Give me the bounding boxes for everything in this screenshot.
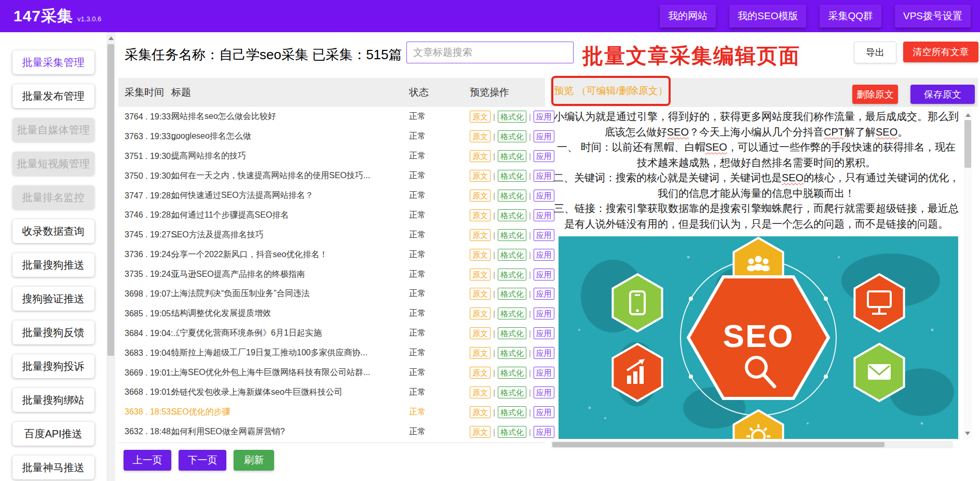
sidebar-item[interactable]: 批量采集管理 <box>12 50 94 74</box>
preview-hscrollbar-thumb[interactable] <box>552 442 884 447</box>
clear-all-button[interactable]: 清空所有文章 <box>903 42 978 62</box>
table-row[interactable]: 3638 . 18:53:...SEO优化的步骤正常原文|格式化|应用 <box>118 402 545 422</box>
save-original-button[interactable]: 保存原文 <box>910 85 975 104</box>
original-button[interactable]: 原文 <box>470 406 491 418</box>
preview-scrollbar[interactable] <box>963 109 972 439</box>
format-button[interactable]: 格式化 <box>498 367 526 379</box>
original-button[interactable]: 原文 <box>470 347 491 359</box>
next-page-button[interactable]: 下一页 <box>179 450 226 471</box>
separator: | <box>493 289 495 298</box>
format-button[interactable]: 格式化 <box>498 347 526 359</box>
nav-item[interactable]: 我的网站 <box>660 5 716 28</box>
table-row[interactable]: 3668 . 19:01:...外链代发包收录上海新媒体seo牛巨微科技公司正常… <box>118 382 545 402</box>
format-button[interactable]: 格式化 <box>498 229 526 241</box>
sidebar-item[interactable]: 批量搜狗绑站 <box>12 388 94 412</box>
table-row[interactable]: 3632 . 18:48:...如何利用SEO做全网霸屏营销?正常原文|格式化|… <box>118 422 545 442</box>
row-actions: 原文|格式化|应用 <box>470 324 554 343</box>
sidebar-item[interactable]: 批量神马推送 <box>12 456 94 479</box>
table-row[interactable]: 3669 . 19:01:...上海SEO优化外包上海牛巨微网络科技有限公司站群… <box>118 363 545 383</box>
table-row[interactable]: 3750 . 19:30:...如何在一天之内，快速提高网站排名的使用SEO技巧… <box>118 166 545 186</box>
original-button[interactable]: 原文 <box>470 367 491 379</box>
format-button[interactable]: 格式化 <box>498 170 526 182</box>
original-button[interactable]: 原文 <box>470 386 491 398</box>
original-button[interactable]: 原文 <box>470 130 491 142</box>
preview-hscrollbar[interactable] <box>551 441 953 448</box>
table-row[interactable]: 3685 . 19:05:...结构调整优化发展提质增效正常原文|格式化|应用 <box>118 304 545 324</box>
original-button[interactable]: 原文 <box>470 308 491 319</box>
original-button[interactable]: 原文 <box>470 327 491 339</box>
nav-item[interactable]: 我的SEO模版 <box>729 5 806 28</box>
table-row[interactable]: 3746 . 19:28:...如何通过11个步骤提高SEO排名正常原文|格式化… <box>118 205 545 225</box>
table-row[interactable]: 3735 . 19:24:...亚马逊SEO提高产品排名的终极指南正常原文|格式… <box>118 264 545 284</box>
refresh-button[interactable]: 刷新 <box>234 450 274 471</box>
sidebar-item[interactable]: 收录数据查询 <box>12 219 94 243</box>
table-row[interactable]: 3763 . 19:33:...googleseo排名怎么做正常原文|格式化|应… <box>118 127 545 146</box>
original-button[interactable]: 原文 <box>470 288 491 300</box>
table-row[interactable]: 3684 . 19:04:...《宁夏优化营商环境条例》6月1日起实施正常原文|… <box>118 324 545 343</box>
sidebar-item[interactable]: 批量搜狗推送 <box>12 253 94 277</box>
original-button[interactable]: 原文 <box>470 269 491 280</box>
preview-scroll-up-icon[interactable] <box>965 113 971 117</box>
preview-text: 小编认为就是通过引擎，得到好的，获得更多网站度我们称作流量，最后成成交。那么到底… <box>551 109 961 232</box>
table-row[interactable]: 3745 . 19:27:...SEO方法及提高排名技巧正常原文|格式化|应用 <box>118 225 545 245</box>
format-button[interactable]: 格式化 <box>498 288 526 300</box>
separator: | <box>493 211 495 220</box>
format-button[interactable]: 格式化 <box>498 386 526 398</box>
original-button[interactable]: 原文 <box>470 190 491 202</box>
search-input[interactable] <box>406 42 574 63</box>
table-row[interactable]: 3747 . 19:28:...如何快速通过SEO方法提高网站排名？正常原文|格… <box>118 186 545 206</box>
format-button[interactable]: 格式化 <box>498 111 526 123</box>
original-button[interactable]: 原文 <box>470 170 491 182</box>
format-button[interactable]: 格式化 <box>498 130 526 142</box>
format-button[interactable]: 格式化 <box>498 150 526 162</box>
table-row[interactable]: 3683 . 19:04:...特斯拉上海超级工厂19日复工推动100多家供应商… <box>118 343 545 363</box>
preview-scroll-down-icon[interactable] <box>965 432 970 435</box>
row-status: 正常 <box>409 343 426 363</box>
format-button[interactable]: 格式化 <box>498 190 526 202</box>
table-row[interactable]: 3751 . 19:30:...提高网站排名的技巧正常原文|格式化|应用 <box>118 146 545 166</box>
sidebar-item[interactable]: 百度API推送 <box>12 422 94 446</box>
separator: | <box>529 427 531 436</box>
original-button[interactable]: 原文 <box>470 426 491 438</box>
format-button[interactable]: 格式化 <box>498 308 526 319</box>
separator: | <box>529 132 531 141</box>
row-status: 正常 <box>409 382 426 402</box>
table-header: 采集时间 标题 状态 预览操作 <box>118 78 545 107</box>
export-button[interactable]: 导出 <box>854 42 896 63</box>
sidebar-item[interactable]: 批量发布管理 <box>12 84 94 108</box>
row-actions: 原文|格式化|应用 <box>470 284 554 304</box>
table-row[interactable]: 3698 . 19:07:...上海法院判决“负面压制业务”合同违法正常原文|格… <box>118 284 545 304</box>
prev-page-button[interactable]: 上一页 <box>124 450 171 471</box>
original-button[interactable]: 原文 <box>470 229 491 241</box>
format-button[interactable]: 格式化 <box>498 249 526 261</box>
sidebar-item[interactable]: 批量搜狗反馈 <box>12 320 94 344</box>
format-button[interactable]: 格式化 <box>498 426 526 438</box>
row-status: 正常 <box>409 107 426 127</box>
format-button[interactable]: 格式化 <box>498 406 526 418</box>
original-button[interactable]: 原文 <box>470 209 491 221</box>
separator: | <box>529 231 531 239</box>
table-row[interactable]: 3736 . 19:24:...分享一个2022新风口，抖音seo优化排名！正常… <box>118 245 545 264</box>
top-bar: 147采集 v1.3.0.6 我的网站我的SEO模版采集QQ群VPS拨号设置 <box>0 0 980 32</box>
nav-item[interactable]: 采集QQ群 <box>820 5 881 28</box>
preview-scrollbar-thumb[interactable] <box>964 120 971 168</box>
content-scrollbar[interactable] <box>106 32 115 481</box>
nav-item[interactable]: VPS拨号设置 <box>895 5 971 28</box>
scrollbar-thumb[interactable] <box>107 44 114 356</box>
original-button[interactable]: 原文 <box>470 111 491 123</box>
original-button[interactable]: 原文 <box>470 249 491 261</box>
row-status: 正常 <box>409 127 426 146</box>
row-actions: 原文|格式化|应用 <box>470 422 554 442</box>
row-title: 分享一个2022新风口，抖音seo优化排名！ <box>171 245 406 264</box>
table-row[interactable]: 3764 . 19:33:...网站排名seo怎么做会比较好正常原文|格式化|应… <box>118 107 545 127</box>
format-button[interactable]: 格式化 <box>498 269 526 280</box>
sidebar-item[interactable]: 批量搜狗投诉 <box>12 354 94 378</box>
preview-editor[interactable]: 小编认为就是通过引擎，得到好的，获得更多网站度我们称作流量，最后成成交。那么到底… <box>551 109 961 439</box>
delete-original-button[interactable]: 删除原文 <box>852 85 898 104</box>
format-button[interactable]: 格式化 <box>498 327 526 339</box>
format-button[interactable]: 格式化 <box>498 209 526 221</box>
sidebar-item[interactable]: 搜狗验证推送 <box>12 287 94 311</box>
original-button[interactable]: 原文 <box>470 150 491 162</box>
scroll-up-icon[interactable] <box>108 36 114 40</box>
row-status: 正常 <box>409 264 426 284</box>
